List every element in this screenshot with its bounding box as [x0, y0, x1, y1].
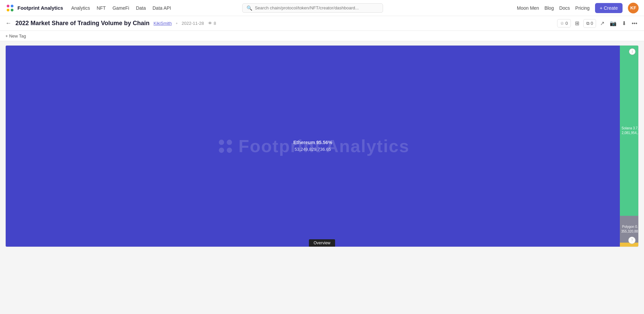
nav-moon-men[interactable]: Moon Men: [517, 5, 539, 11]
polygon-value: 355,320,88...: [621, 229, 639, 234]
search-bar[interactable]: 🔍: [242, 3, 383, 13]
star-button[interactable]: ☆ 0: [557, 19, 571, 27]
treemap: Footprint Analytics Ethereum 95.56% 53,2…: [6, 46, 638, 247]
ethereum-chain-name: Ethereum 95.56%: [293, 139, 332, 146]
svg-point-1: [11, 5, 13, 7]
more-options-button[interactable]: •••: [630, 19, 639, 28]
logo-icon: [5, 3, 15, 13]
nav-docs[interactable]: Docs: [559, 5, 570, 11]
watermark-logo: [216, 137, 234, 155]
nav-analytics[interactable]: Analytics: [71, 5, 90, 11]
svg-point-2: [7, 9, 9, 11]
page-actions: ☆ 0 ⊞ ⧉ 0 ↗ 📷 ⬇ •••: [557, 19, 639, 28]
logo-text: Footprint Analytics: [17, 5, 63, 11]
svg-point-6: [219, 147, 224, 153]
polygon-label: Polygon 0... 355,320,88...: [621, 225, 639, 234]
help-icon[interactable]: ?: [628, 237, 636, 244]
eye-icon: 👁: [208, 21, 212, 26]
solana-value: 2,081,954,...: [622, 131, 639, 135]
search-icon: 🔍: [247, 5, 252, 11]
overview-tab[interactable]: Overview: [309, 239, 335, 247]
nav-gamefi[interactable]: GameFi: [112, 5, 129, 11]
ethereum-block[interactable]: Footprint Analytics Ethereum 95.56% 53,2…: [6, 46, 620, 247]
author-link[interactable]: KikiSmith: [154, 21, 172, 26]
overview-tab-bar: Overview: [309, 239, 335, 247]
navbar: Footprint Analytics Analytics NFT GameFi…: [0, 0, 644, 16]
copy-icon: ⧉: [586, 21, 589, 26]
avatar[interactable]: KF: [628, 3, 639, 13]
polygon-chain-name: Polygon 0...: [621, 225, 639, 229]
solana-block[interactable]: Solana 3.7... 2,081,954,...: [620, 46, 639, 216]
external-link-icon-button[interactable]: ↗: [599, 19, 606, 28]
star-icon: ☆: [560, 21, 564, 26]
solana-chain-name: Solana 3.7...: [622, 126, 639, 131]
ethereum-label: Ethereum 95.56% 53,249,829,736.65: [293, 139, 332, 153]
nav-blog[interactable]: Blog: [544, 5, 554, 11]
svg-point-4: [219, 139, 224, 145]
svg-point-7: [226, 147, 232, 153]
svg-point-0: [7, 5, 9, 7]
layout-icon-button[interactable]: ⊞: [574, 19, 581, 28]
nav-data-api[interactable]: Data API: [153, 5, 171, 11]
download-icon-button[interactable]: ⬇: [621, 19, 628, 28]
search-input[interactable]: [255, 5, 379, 10]
svg-point-5: [226, 139, 232, 145]
back-button[interactable]: ←: [5, 20, 11, 27]
star-count: 0: [566, 21, 568, 26]
page-title: 2022 Market Share of Trading Volume by C…: [15, 20, 150, 27]
copy-count: 0: [591, 21, 593, 26]
nav-links: Analytics NFT GameFi Data Data API: [71, 5, 171, 11]
svg-point-3: [11, 9, 13, 11]
nav-pricing[interactable]: Pricing: [575, 5, 590, 11]
info-icon[interactable]: i: [629, 48, 636, 55]
new-tag-button[interactable]: + New Tag: [5, 34, 26, 39]
chart-container: i Footprint Analytics Ethereum 95.56% 53…: [5, 45, 639, 247]
other-block[interactable]: [620, 243, 639, 247]
treemap-right: Solana 3.7... 2,081,954,... Polygon 0...…: [620, 46, 639, 247]
ethereum-value: 53,249,829,736.65: [293, 146, 332, 153]
copy-button[interactable]: ⧉ 0: [583, 19, 596, 28]
camera-icon-button[interactable]: 📷: [608, 19, 618, 28]
create-button[interactable]: + Create: [595, 3, 623, 13]
nav-data[interactable]: Data: [136, 5, 146, 11]
nav-right: Moon Men Blog Docs Pricing + Create KF: [517, 3, 639, 13]
logo[interactable]: Footprint Analytics: [5, 3, 63, 13]
solana-label: Solana 3.7... 2,081,954,...: [622, 126, 639, 135]
tag-row: + New Tag: [0, 31, 644, 41]
page-date: 2022-11-28: [182, 21, 204, 26]
page-header: ← 2022 Market Share of Trading Volume by…: [0, 16, 644, 31]
views-count: 👁 8: [208, 21, 216, 26]
views-number: 8: [214, 21, 216, 26]
nav-nft[interactable]: NFT: [97, 5, 106, 11]
separator-1: •: [176, 20, 178, 26]
